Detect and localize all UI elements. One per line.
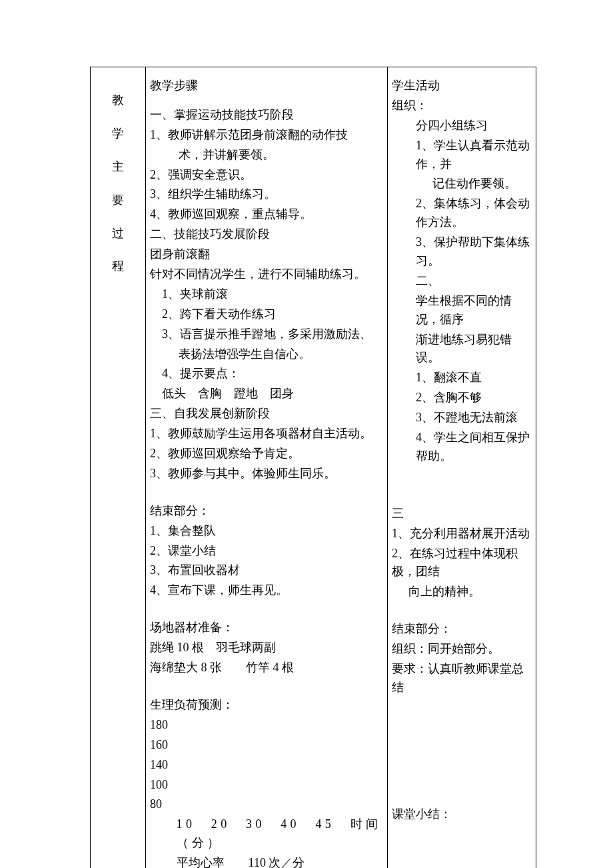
stage1-item: 4、教师巡回观察，重点辅导。 [150,205,383,224]
ending-heading: 结束部分： [150,502,383,521]
page: 教 学 主 要 过 程 教学步骤 一、掌握运动技能技巧阶段 1、教师讲解示范团身… [0,0,613,868]
load-ytick: 180 [150,716,383,735]
load-ytick: 140 [150,756,383,775]
ending-heading: 结束部分： [392,620,532,639]
teaching-steps-heading: 教学步骤 [150,77,383,95]
stage3-item: 1、教师鼓励学生运用各项器材自主活动。 [150,425,383,443]
ending-item: 3、布置回收器材 [150,561,383,580]
stage2-item: 3、语言提示推手蹬地，多采用激励法、 [150,325,383,344]
stage1-title: 一、掌握运动技能技巧阶段 [150,106,383,125]
side-char: 学 [95,125,141,143]
teaching-steps-cell: 教学步骤 一、掌握运动技能技巧阶段 1、教师讲解示范团身前滚翻的动作技 术，并讲… [146,67,388,869]
load-ytick: 160 [150,736,383,755]
act2-item: 4、学生之间相互保护帮助。 [392,429,532,466]
act1-item: 记住动作要领。 [392,175,532,193]
ending-item: 2、课堂小结 [150,542,383,561]
stage2-subtitle: 团身前滚翻 [150,245,383,264]
org-label: 组织： [392,97,532,115]
act1-item: 2、集体练习，体会动作方法。 [392,195,532,232]
stage1-item: 术，并讲解要领。 [150,146,383,165]
stage2-item: 2、跨下看天动作练习 [150,305,383,324]
org-groups: 分四小组练习 [392,117,532,135]
class-summary-label: 课堂小结： [392,805,532,824]
act1-item: 1、学生认真看示范动作，并 [392,137,532,174]
ending-item: 4、宣布下课，师生再见。 [150,581,383,600]
act3-title: 三 [392,505,532,523]
act2-intro: 渐进地练习易犯错误。 [392,331,532,368]
side-char: 程 [95,257,141,276]
side-char: 主 [95,158,141,177]
side-char: 教 [95,91,141,110]
act2-item: 1、翻滚不直 [392,369,532,387]
stage2-item: 4、提示要点： [150,365,383,383]
side-char: 要 [95,191,141,210]
student-activity-heading: 学生活动 [392,77,532,95]
load-ytick: 100 [150,776,383,795]
stage2-item: 1、夹球前滚 [150,285,383,304]
stage3-title: 三、自我发展创新阶段 [150,405,383,423]
stage3-item: 3、教师参与其中。体验师生同乐。 [150,465,383,483]
side-vertical-label: 教 学 主 要 过 程 [95,91,141,276]
act1-item: 3、保护帮助下集体练习。 [392,233,532,271]
act3-item: 2、在练习过程中体现积极，团结 [392,545,532,582]
avg-heart-rate: 平均心率 110 次／分 [150,854,383,868]
ending-item: 1、集合整队 [150,522,383,541]
stage1-item: 1、教师讲解示范团身前滚翻的动作技 [150,126,383,145]
stage3-item: 2、教师巡回观察给予肯定。 [150,445,383,463]
equipment-heading: 场地器材准备： [150,619,383,637]
stage2-item: 表扬法增强学生自信心。 [150,345,383,364]
equipment-item: 海绵垫大 8 张 竹竿 4 根 [150,659,383,677]
stage1-item: 3、组织学生辅助练习。 [150,185,383,204]
stage2-points: 低头 含胸 蹬地 团身 [150,385,383,403]
act2-item: 3、不蹬地无法前滚 [392,409,532,427]
stage2-title: 二、技能技巧发展阶段 [150,225,383,244]
ending-org: 组织：同开始部分。 [392,640,532,659]
ending-req: 要求：认真听教师课堂总结 [392,660,532,697]
stage2-intro: 针对不同情况学生，进行不同辅助练习。 [150,265,383,284]
act2-intro: 学生根据不同的情况，循序 [392,292,532,329]
act2-title: 二、 [392,272,532,291]
lesson-table: 教 学 主 要 过 程 教学步骤 一、掌握运动技能技巧阶段 1、教师讲解示范团身… [90,67,536,868]
equipment-item: 跳绳 10 根 羽毛球两副 [150,639,383,657]
side-label-cell: 教 学 主 要 过 程 [91,67,146,869]
act2-item: 2、含胸不够 [392,389,532,407]
load-xaxis: 10 20 30 40 45 时间（分） [150,815,383,853]
student-activity-cell: 学生活动 组织： 分四小组练习 1、学生认真看示范动作，并 记住动作要领。 2、… [388,67,536,869]
act3-item: 1、充分利用器材展开活动 [392,525,532,543]
stage1-item: 2、强调安全意识。 [150,166,383,185]
load-heading: 生理负荷预测： [150,696,383,715]
load-ytick: 80 [150,795,383,814]
side-char: 过 [95,225,141,243]
act3-item: 向上的精神。 [392,583,532,601]
